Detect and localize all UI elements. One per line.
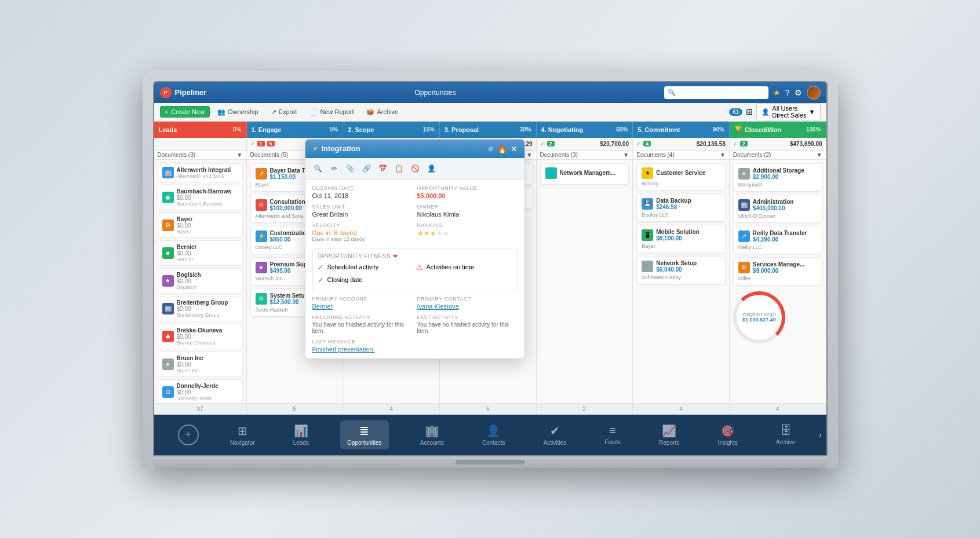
list-item[interactable]: ⊙ Donnelly-Jerde $0.00 Donnelly-Jerde [158,379,243,403]
nav-item-navigator[interactable]: ⊞ Navigator [223,420,262,449]
avatar[interactable] [807,86,821,100]
docs-commitment[interactable]: Documents (4) ▼ [633,151,730,159]
commitment-percent: 90% [713,126,724,133]
deal-icon: ◆ [162,331,174,342]
count-commitment: 4 [633,404,730,415]
popup-grid: CLOSING DATE Oct 11, 2018 OPPORTUNITY VA… [312,185,518,242]
list-item[interactable]: ★ Customer Service Wisoky [636,163,726,191]
new-report-button[interactable]: 📄 New Report [304,106,359,118]
deal-icon: ↗ [256,168,267,180]
ownership-button[interactable]: 👥 Ownership [212,106,264,118]
primary-account-link[interactable]: Bernier [312,303,333,310]
popup-close-icon[interactable]: ✕ [511,144,518,153]
popup-header: ★ Integration ⊕ 🔥 ✕ [305,140,524,158]
docs-closed-label: Documents (2) [733,152,771,158]
archive-button[interactable]: 📦 Archive [361,106,403,118]
lead-amount: $0.00 [177,250,197,257]
list-item[interactable]: ■ Bernier $0.00 Bernier [158,240,243,266]
deal-icon: ⚙ [738,262,750,273]
docs-leads[interactable]: Documents (3) ▼ [154,151,247,159]
popup-user-btn[interactable]: 👤 [425,162,439,175]
docs-closed-arrow: ▼ [817,152,822,158]
nav-item-feeds[interactable]: ≡ Feeds [598,420,628,449]
lead-name: Bernier [177,244,197,250]
list-item[interactable]: ⚙ Bayer $0.00 Bayer [158,213,243,238]
popup-search-btn[interactable]: 🔍 [311,162,325,175]
accounts-icon: 🏢 [425,424,439,438]
popup-clipboard-btn[interactable]: 📋 [392,162,406,175]
top-bar-icons: ★ ? ⚙ [773,86,821,100]
heart-icon: ❤ [393,253,398,259]
list-item[interactable]: 🔧 Network Setup $6,840.00 Schmeier-Flatl… [636,256,726,284]
contacts-icon: 👤 [486,424,501,438]
filter-badge[interactable]: 61 [729,108,742,116]
lead-company: Brekke-Okuneva [177,340,223,346]
last-message-section: LAST MESSAGE Finished presentation. [312,339,518,353]
star-icon[interactable]: ★ [773,88,781,97]
user-filter[interactable]: 👤 All Users Direct Sales ▼ [756,103,820,120]
nav-item-reports[interactable]: 📈 Reports [652,420,686,449]
last-message-link[interactable]: Finished presentation. [312,346,375,353]
new-report-label: New Report [320,108,354,115]
lead-amount: $0.00 [177,361,203,368]
upcoming-activity-label: UPCOMING ACTIVITY [312,314,413,320]
primary-contact-label: PRIMARY CONTACT [417,296,518,302]
nav-item-insights[interactable]: 🎯 Insights [711,420,744,449]
insights-label: Insights [717,440,737,446]
popup-flame-icon[interactable]: 🔥 [497,144,507,153]
docs-closed[interactable]: Documents (2) ▼ [730,151,826,159]
popup-edit-btn[interactable]: ✏ [327,162,341,175]
help-icon[interactable]: ? [785,88,790,97]
leads-lane: 🏢 Altenwerth Integrati Altenwerth and So… [154,160,247,403]
popup-block-btn[interactable]: 🚫 [409,162,422,175]
list-item[interactable]: ◉ Baumbach-Barrows $0.00 Baumbach-Barrow… [158,185,243,210]
pipeline-header: Leads 0% 1. Engage 5% 2. Scope 15% 3. Pr… [154,122,826,138]
list-item[interactable]: ◆ Brekke-Okuneva $0.00 Brekke-Okuneva [158,324,243,349]
deal-name: Customer Service [656,170,705,176]
popup-attach-btn[interactable]: 📎 [344,162,358,175]
list-item[interactable]: 🏢 Breitenberg Group $0.00 Breitenberg Gr… [158,296,243,321]
list-item[interactable]: 💾 Data Backup $246.58 Dooley LLC [636,193,726,222]
popup-link-btn[interactable]: 🔗 [360,162,374,175]
list-item[interactable]: ↗ Reilly Data Transfer $4,290.00 Reilly … [733,226,822,254]
lead-amount: $0.00 [177,278,201,284]
settings-icon[interactable]: ⚙ [795,88,802,97]
nav-item-contacts[interactable]: 👤 Contacts [475,420,512,449]
list-item[interactable]: 🏢 Administration $400,000.00 Ulrich-O'Co… [733,195,822,223]
lead-amount: $0.00 [177,222,193,229]
nav-item-activities[interactable]: ✔ Activities [537,420,573,449]
expand-button[interactable]: › [815,426,826,444]
list-item[interactable]: ● Bruen Inc $0.00 Bruen Inc [158,352,243,377]
dropdown-icon: ▼ [809,108,815,115]
popup-move-icon[interactable]: ⊕ [488,145,494,153]
docs-negotiating[interactable]: Documents (3) ▼ [537,151,633,159]
popup-accounts: PRIMARY ACCOUNT Bernier PRIMARY CONTACT … [312,296,518,310]
stat-closed: ✓ 2 $473,690.00 [730,138,826,150]
nav-item-accounts[interactable]: 🏢 Accounts [413,420,451,449]
upcoming-activity-text: You have no finished activity for this i… [312,321,413,334]
list-item[interactable]: 🏢 Altenwerth Integrati Altenwerth and So… [158,163,243,182]
list-item[interactable]: 📱 Mobile Solution $8,100.00 Bayer [636,225,726,253]
popup-star-icon[interactable]: ★ [312,145,318,152]
nav-item-opportunities[interactable]: ≣ Opportunities [340,420,388,449]
export-button[interactable]: ↗ Export [266,106,303,118]
nav-item-archive[interactable]: 🗄 Archive [769,420,802,449]
primary-contact-link[interactable]: Ivana Kleinova [417,303,459,310]
deal-icon: ● [162,358,174,370]
popup-calendar-btn[interactable]: 📅 [376,162,390,175]
list-item[interactable]: ≡ Additional Storage $2,900.00 Marquardt [733,163,822,192]
closed-percent: 100% [806,126,821,133]
list-item[interactable]: ★ Bogisich $0.00 Bogisich [158,268,243,294]
create-new-button[interactable]: + Create New [160,106,210,118]
nav-add-button[interactable]: + [178,424,199,445]
filter-icon[interactable]: ⊞ [746,107,753,116]
search-bar[interactable]: 🔍 [664,86,768,99]
list-item[interactable]: ⚙ Services Manage... $9,000.00 Miller [733,257,822,286]
docs-commitment-arrow: ▼ [720,152,726,158]
stat-check-engage: ✓ [250,141,255,147]
stat-commitment: ✓ 4 $20,136.58 [633,138,730,150]
toolbar: + Create New 👥 Ownership ↗ Export 📄 New … [154,103,826,122]
list-item[interactable]: 🌐 Network Managem... [540,163,629,185]
nav-item-leads[interactable]: 📊 Leads [286,420,316,449]
primary-account-label: PRIMARY ACCOUNT [312,296,413,302]
